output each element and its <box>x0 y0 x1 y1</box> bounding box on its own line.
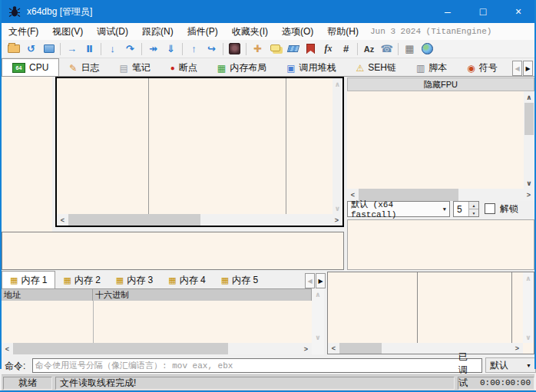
menu-options[interactable]: 选项(O) <box>275 23 320 40</box>
scroll-up-arrow[interactable]: ∧ <box>523 272 534 284</box>
menu-file[interactable]: 文件(F) <box>2 23 45 40</box>
scroll-right-arrow[interactable]: > <box>511 343 523 354</box>
memory-map-icon: ▦ <box>217 64 226 73</box>
log-icon: ✎ <box>69 64 77 73</box>
breakpoint-icon: ● <box>170 64 175 72</box>
scroll-up-arrow[interactable]: ∧ <box>332 78 343 90</box>
cpu-side-panel[interactable] <box>2 77 52 232</box>
handles-button[interactable]: ☎ <box>378 41 395 57</box>
dump-tab-scroll-left-button[interactable]: ◀ <box>305 273 315 288</box>
tab-scroll-left-button[interactable]: ◀ <box>512 61 522 76</box>
bookmarks-button[interactable] <box>302 41 319 57</box>
scroll-up-arrow[interactable]: ∧ <box>313 288 324 300</box>
strings-button[interactable]: Az <box>360 41 378 57</box>
tab-memory-3[interactable]: ▦内存 3 <box>108 272 160 288</box>
restart-button[interactable]: ↺ <box>22 41 40 57</box>
tab-breakpoints[interactable]: ●断点 <box>160 60 207 76</box>
scroll-down-arrow[interactable]: ∨ <box>524 177 535 189</box>
scroll-down-arrow[interactable]: ∨ <box>332 203 343 214</box>
registers-vertical-scrollbar[interactable]: ∧ ∨ <box>524 91 534 189</box>
tab-log[interactable]: ✎日志 <box>59 60 109 76</box>
step-over-button[interactable]: ↷ <box>121 41 139 57</box>
scrollbar-thumb[interactable] <box>339 343 382 354</box>
menu-plugins[interactable]: 插件(P) <box>180 23 225 40</box>
tab-scroll-right-button[interactable]: ▶ <box>523 61 533 76</box>
scroll-left-arrow[interactable]: < <box>328 343 339 354</box>
menu-favourites[interactable]: 收藏夹(I) <box>225 23 275 40</box>
title-bar[interactable]: x64dbg [管理员] – □ × <box>0 0 536 23</box>
execute-till-return-button[interactable]: ↑ <box>185 41 203 57</box>
disassembly-view[interactable]: ∧ ∨ < > <box>55 77 344 227</box>
scrollbar-thumb[interactable] <box>524 103 534 135</box>
tab-script[interactable]: ▥脚本 <box>406 60 457 76</box>
argument-count-stepper[interactable]: 5 ▲ ▼ <box>453 201 479 217</box>
step-into-button[interactable]: ↓ <box>104 41 121 57</box>
scroll-right-arrow[interactable]: > <box>300 343 312 354</box>
hide-fpu-button[interactable]: 隐藏FPU <box>347 77 534 91</box>
scrollbar-thumb[interactable] <box>13 343 228 354</box>
comments-button[interactable] <box>266 41 284 57</box>
scroll-down-arrow[interactable]: ∨ <box>313 331 324 343</box>
dump-horizontal-scrollbar[interactable]: < > <box>2 343 312 354</box>
tab-memory-map[interactable]: ▦内存布局 <box>207 60 276 76</box>
tab-memory-4[interactable]: ▦内存 4 <box>160 272 213 288</box>
disasm-vertical-scrollbar[interactable]: ∧ ∨ <box>333 78 342 214</box>
calling-convention-select[interactable]: 默认 (x64 fastcall) ▼ <box>347 201 450 217</box>
unlock-checkbox[interactable] <box>485 203 495 214</box>
close-button[interactable]: × <box>501 0 536 23</box>
globe-button[interactable] <box>419 41 436 57</box>
tab-memory-2[interactable]: ▦内存 2 <box>55 272 108 288</box>
animate-into-button[interactable]: ↠ <box>144 41 162 57</box>
x64dbg-window: x64dbg [管理员] – □ × 文件(F) 视图(V) 调试(D) 跟踪(… <box>0 0 536 392</box>
dump-table-body[interactable] <box>2 301 312 343</box>
arguments-view[interactable] <box>347 219 534 270</box>
spin-down-button[interactable]: ▼ <box>469 209 478 216</box>
functions-button[interactable]: fx <box>319 41 337 57</box>
pause-button[interactable]: Ⅱ <box>81 41 98 57</box>
command-profile-select[interactable]: 默认 ▼ <box>485 357 536 373</box>
info-box[interactable] <box>2 232 344 270</box>
registers-view[interactable] <box>347 91 524 189</box>
scroll-left-arrow[interactable]: < <box>2 343 13 354</box>
scroll-right-arrow[interactable]: > <box>523 189 534 201</box>
dump-tab-scroll-right-button[interactable]: ▶ <box>316 273 326 288</box>
disasm-horizontal-scrollbar[interactable]: < > <box>57 214 342 226</box>
open-file-button[interactable] <box>5 41 22 57</box>
stack-view[interactable]: ∧ ∨ < > <box>327 272 534 354</box>
labels-button[interactable] <box>284 41 302 57</box>
column-address[interactable]: 地址 <box>2 289 93 301</box>
command-input[interactable] <box>32 358 482 373</box>
stack-horizontal-scrollbar[interactable]: < > <box>328 343 523 354</box>
scroll-up-arrow[interactable]: ∧ <box>524 91 535 103</box>
dump-vertical-scrollbar[interactable]: ∧ ∨ <box>312 288 324 343</box>
scroll-left-arrow[interactable]: < <box>57 214 68 226</box>
tab-symbols[interactable]: ◉符号 <box>457 60 507 76</box>
stack-vertical-scrollbar[interactable]: ∧ ∨ <box>523 272 534 343</box>
scylla-button[interactable] <box>226 41 243 57</box>
trace-into-button[interactable]: ⇓ <box>162 41 180 57</box>
labels-icon <box>286 45 299 52</box>
close-debuggee-button[interactable] <box>40 41 58 57</box>
menu-view[interactable]: 视图(V) <box>45 23 90 40</box>
tab-seh[interactable]: ⚠SEH链 <box>346 60 405 76</box>
tab-call-stack[interactable]: ▣调用堆栈 <box>276 60 346 76</box>
tab-notes[interactable]: ▤笔记 <box>109 60 160 76</box>
run-button[interactable]: → <box>63 41 81 57</box>
menu-help[interactable]: 帮助(H) <box>320 23 366 40</box>
tab-cpu[interactable]: 64CPU <box>2 58 59 76</box>
calculator-button[interactable]: ▦ <box>401 41 419 57</box>
spin-up-button[interactable]: ▲ <box>469 202 478 209</box>
scroll-down-arrow[interactable]: ∨ <box>523 331 534 343</box>
scrollbar-thumb[interactable] <box>68 214 200 226</box>
minimize-button[interactable]: – <box>430 0 465 23</box>
scroll-right-arrow[interactable]: > <box>331 214 342 226</box>
comments-hash-button[interactable]: # <box>337 41 355 57</box>
tab-memory-5[interactable]: ▦内存 5 <box>213 272 266 288</box>
tab-memory-1[interactable]: ▦内存 1 <box>2 271 55 288</box>
maximize-button[interactable]: □ <box>465 0 501 23</box>
column-hex[interactable]: 十六进制 <box>93 289 312 301</box>
run-to-user-code-button[interactable]: ↪ <box>203 41 220 57</box>
menu-trace[interactable]: 跟踪(N) <box>135 23 180 40</box>
menu-debug[interactable]: 调试(D) <box>90 23 135 40</box>
patches-button[interactable]: ✚ <box>249 41 266 57</box>
